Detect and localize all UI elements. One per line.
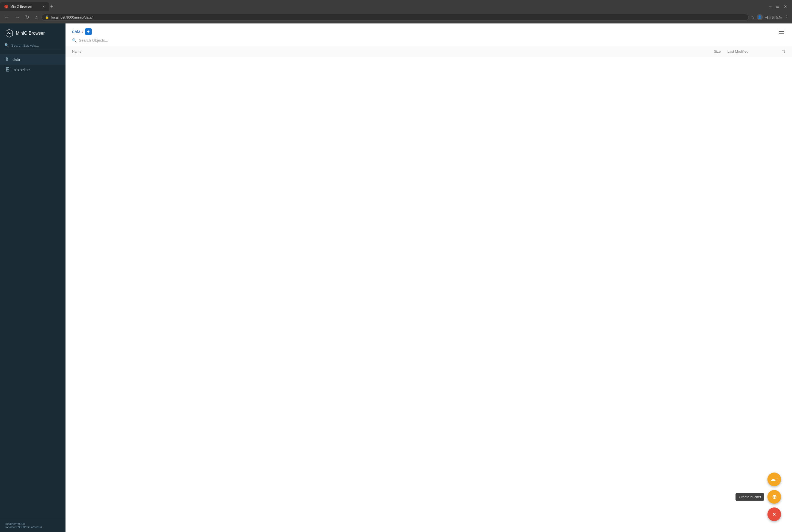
bookmark-icon[interactable]: ☆ xyxy=(751,15,755,20)
secret-mode-label: 시크릿 모드 xyxy=(765,15,782,20)
footer-url-2: localhost:9000/minio/data/# xyxy=(5,526,60,529)
window-controls: ─ ▭ ✕ xyxy=(767,4,792,9)
reload-button[interactable]: ↻ xyxy=(23,13,31,21)
bucket-list: 🗄 data 🗄 mlpipeline xyxy=(0,54,65,519)
bucket-search-icon: 🔍 xyxy=(4,43,9,48)
table-header: Name Size Last Modified ⇅ xyxy=(65,46,792,57)
svg-text:♦: ♦ xyxy=(6,6,7,8)
fab-close-button[interactable]: × xyxy=(768,508,781,521)
footer-url-2-text: localhost:9000/minio/data/# xyxy=(5,526,42,529)
breadcrumb-bucket-link[interactable]: data xyxy=(72,29,80,34)
address-text: localhost:9000/minio/data/ xyxy=(51,15,745,19)
create-bucket-tooltip: Create bucket xyxy=(736,493,764,501)
bucket-drive-icon: 🗄 xyxy=(5,57,10,62)
browser-chrome: ♦ MinIO Browser × + ─ ▭ ✕ ← → ↻ ⌂ 🔒 loca… xyxy=(0,0,792,23)
bucket-item-mlpipeline[interactable]: 🗄 mlpipeline xyxy=(0,65,65,75)
create-bucket-icon: ⊕ xyxy=(772,494,777,500)
breadcrumb-separator: / xyxy=(82,29,83,34)
svg-point-2 xyxy=(9,33,10,34)
bucket-label-mlpipeline: mlpipeline xyxy=(13,68,30,72)
fab-close-icon: × xyxy=(773,511,776,517)
maximize-button[interactable]: ▭ xyxy=(774,4,781,9)
col-size-header: Size xyxy=(695,50,727,54)
tab-bar: ♦ MinIO Browser × + ─ ▭ ✕ xyxy=(0,0,792,11)
nav-actions: ☆ 👤 시크릿 모드 ⋮ xyxy=(751,14,789,20)
browser-menu-icon[interactable]: ⋮ xyxy=(784,14,789,20)
ham-line-2 xyxy=(779,31,784,32)
app-container: MinIO Browser 🔍 🗄 data 🗄 mlpipeline loca… xyxy=(0,23,792,532)
app-title: MinIO Browser xyxy=(16,31,45,36)
bucket-search-input[interactable] xyxy=(11,43,61,48)
back-button[interactable]: ← xyxy=(3,13,11,21)
sidebar: MinIO Browser 🔍 🗄 data 🗄 mlpipeline loca… xyxy=(0,23,65,532)
create-bucket-wrap: Create bucket ⊕ xyxy=(736,490,781,504)
active-tab: ♦ MinIO Browser × xyxy=(0,2,49,11)
col-name-header: Name xyxy=(72,50,695,54)
add-folder-button[interactable]: + xyxy=(85,28,92,35)
object-search-icon: 🔍 xyxy=(72,38,77,42)
ham-line-3 xyxy=(779,33,784,34)
navigation-bar: ← → ↻ ⌂ 🔒 localhost:9000/minio/data/ ☆ 👤… xyxy=(0,11,792,23)
footer-url-1: localhost:9000 xyxy=(5,522,25,526)
close-window-button[interactable]: ✕ xyxy=(782,4,789,9)
bucket-drive-icon-2: 🗄 xyxy=(5,68,10,72)
content-header: data / + xyxy=(65,23,792,35)
sidebar-logo: MinIO Browser xyxy=(0,23,65,42)
bucket-search-wrap: 🔍 xyxy=(4,43,61,50)
new-tab-button[interactable]: + xyxy=(50,4,53,10)
upload-button[interactable]: ☁↑ xyxy=(768,473,781,486)
bucket-item-data[interactable]: 🗄 data xyxy=(0,54,65,65)
upload-icon: ☁↑ xyxy=(770,476,778,482)
profile-icon: 👤 xyxy=(758,15,762,19)
main-content: data / + 🔍 Name Size Last Modified ⇅ xyxy=(65,23,792,532)
home-button[interactable]: ⌂ xyxy=(33,13,39,21)
object-search-input[interactable] xyxy=(79,38,786,42)
footer-url: localhost:9000 xyxy=(5,522,60,526)
profile-avatar[interactable]: 👤 xyxy=(757,14,763,20)
sidebar-search: 🔍 xyxy=(0,42,65,54)
tab-title: MinIO Browser xyxy=(11,5,40,8)
sort-icon[interactable]: ⇅ xyxy=(782,49,786,54)
sidebar-footer: localhost:9000 localhost:9000/minio/data… xyxy=(0,519,65,532)
tab-close-button[interactable]: × xyxy=(42,4,45,9)
hamburger-menu-button[interactable] xyxy=(778,28,786,35)
minimize-button[interactable]: ─ xyxy=(767,4,773,9)
tab-favicon: ♦ xyxy=(4,5,8,8)
fab-container: ☁↑ Create bucket ⊕ × xyxy=(736,473,781,521)
minio-logo-icon xyxy=(5,29,13,38)
col-modified-header: Last Modified xyxy=(727,50,782,54)
object-search-bar: 🔍 xyxy=(65,35,792,46)
ham-line-1 xyxy=(779,30,784,30)
forward-button[interactable]: → xyxy=(13,13,21,21)
breadcrumb: data / + xyxy=(72,28,92,35)
create-bucket-button[interactable]: ⊕ xyxy=(768,490,781,504)
lock-icon: 🔒 xyxy=(45,15,49,19)
table-body xyxy=(65,57,792,532)
address-bar[interactable]: 🔒 localhost:9000/minio/data/ xyxy=(41,14,749,21)
bucket-label-data: data xyxy=(13,57,20,62)
